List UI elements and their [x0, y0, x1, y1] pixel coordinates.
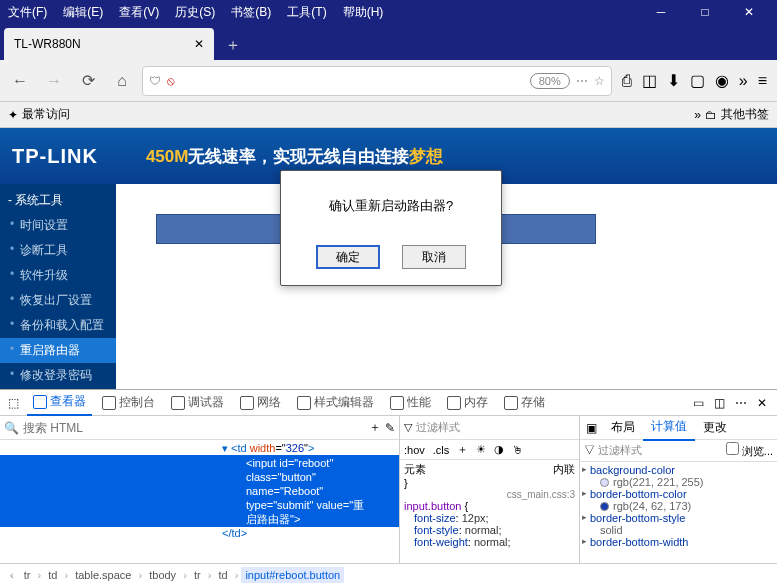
sidebar-item[interactable]: 恢复出厂设置 — [0, 288, 116, 313]
styles-filter-label[interactable]: 过滤样式 — [416, 420, 575, 435]
devtools-tab[interactable]: 网络 — [234, 390, 287, 415]
html-search-input[interactable] — [23, 421, 365, 435]
hamburger-icon[interactable]: ≡ — [758, 72, 767, 90]
other-bookmarks-button[interactable]: » 🗀 其他书签 — [694, 106, 769, 123]
stylesheet-source[interactable]: css_main.css:3 — [404, 489, 575, 500]
computed-tab[interactable]: 布局 — [603, 416, 643, 440]
html-tree[interactable]: ▾ <td width="326"> <input id="reboot"cla… — [0, 440, 399, 563]
close-button[interactable]: ✕ — [741, 4, 757, 20]
menu-item[interactable]: 查看(V) — [119, 4, 159, 21]
menu-item[interactable]: 编辑(E) — [63, 4, 103, 21]
computed-tab[interactable]: 计算值 — [643, 416, 695, 441]
menu-item[interactable]: 书签(B) — [231, 4, 271, 21]
pocket-icon[interactable]: ▢ — [690, 71, 705, 90]
maximize-button[interactable]: □ — [697, 4, 713, 20]
minimize-button[interactable]: ─ — [653, 4, 669, 20]
new-tab-button[interactable]: ＋ — [218, 30, 248, 60]
devtools-tab[interactable]: 性能 — [384, 390, 437, 415]
devtools-tab[interactable]: 内存 — [441, 390, 494, 415]
sidebar-item[interactable]: 修改登录密码 — [0, 363, 116, 388]
tab-title: TL-WR880N — [14, 37, 81, 51]
menu-item[interactable]: 工具(T) — [287, 4, 326, 21]
styles-panel: ▽ 过滤样式 :hov .cls ＋ ☀ ◑ 🖰 元素 内联 } css_mai… — [400, 416, 580, 563]
html-selected-node[interactable]: <input id="reboot"class="button"name="Re… — [0, 455, 399, 527]
bookmark-bar: ✦ 最常访问 » 🗀 其他书签 — [0, 102, 777, 128]
responsive-icon[interactable]: ▭ — [693, 396, 704, 410]
breadcrumb-prev-icon[interactable]: ‹ — [4, 569, 20, 581]
devtools-more-icon[interactable]: ⋯ — [735, 396, 747, 410]
eyedropper-icon[interactable]: ✎ — [385, 421, 395, 435]
add-rule-icon[interactable]: ＋ — [457, 442, 468, 457]
breadcrumb-item[interactable]: tbody — [145, 567, 180, 583]
sidebar-item[interactable]: 软件升级 — [0, 263, 116, 288]
dialog-message: 确认重新启动路由器? — [281, 171, 501, 245]
downloads-icon[interactable]: ⬇ — [667, 71, 680, 90]
forward-button[interactable]: → — [40, 67, 68, 95]
sidebar-toggle-icon[interactable]: ▣ — [580, 421, 603, 435]
menu-item[interactable]: 帮助(H) — [343, 4, 384, 21]
breadcrumb-item[interactable]: tr — [20, 567, 35, 583]
home-button[interactable]: ⌂ — [108, 67, 136, 95]
sidebar-header[interactable]: - 系统工具 — [0, 188, 116, 213]
banner-text: 450M无线速率，实现无线自由连接梦想 — [146, 145, 444, 168]
inspector-panel: 🔍 ＋ ✎ ▾ <td width="326"> <input id="rebo… — [0, 416, 400, 563]
folder-icon: 🗀 — [705, 108, 717, 122]
account-icon[interactable]: ◉ — [715, 71, 729, 90]
back-button[interactable]: ← — [6, 67, 34, 95]
breadcrumb-item[interactable]: td — [214, 567, 231, 583]
inspect-icon[interactable]: ⬚ — [4, 396, 23, 410]
filter-icon: ▽ — [404, 421, 412, 434]
confirm-dialog: 确认重新启动路由器? 确定 取消 — [280, 170, 502, 286]
devtools-tabbar: ⬚查看器控制台调试器网络样式编辑器性能内存存储 ▭ ◫ ⋯ ✕ — [0, 390, 777, 416]
browser-tab[interactable]: TL-WR880N ✕ — [4, 28, 214, 60]
menu-item[interactable]: 历史(S) — [175, 4, 215, 21]
computed-property[interactable]: border-bottom-width — [582, 536, 775, 548]
computed-property[interactable]: border-bottom-style — [582, 512, 775, 524]
hov-toggle[interactable]: :hov — [404, 444, 425, 456]
devtools-tab[interactable]: 查看器 — [27, 389, 92, 416]
breadcrumb-item[interactable]: td — [44, 567, 61, 583]
computed-property[interactable]: border-bottom-color — [582, 488, 775, 500]
dark-icon[interactable]: ◑ — [494, 443, 504, 456]
cancel-button[interactable]: 取消 — [402, 245, 466, 269]
more-icon[interactable]: ⋯ — [576, 74, 588, 88]
breadcrumb-item[interactable]: tr — [190, 567, 205, 583]
most-visited-button[interactable]: ✦ 最常访问 — [8, 106, 70, 123]
dock-icon[interactable]: ◫ — [714, 396, 725, 410]
sidebar-item[interactable]: 系统日志 — [0, 388, 116, 389]
style-property[interactable]: font-style: normal; — [404, 524, 575, 536]
html-td-close[interactable]: </td> — [0, 527, 399, 539]
computed-property[interactable]: background-color — [582, 464, 775, 476]
ok-button[interactable]: 确定 — [316, 245, 380, 269]
devtools-close-icon[interactable]: ✕ — [757, 396, 767, 410]
sidebar-icon[interactable]: ◫ — [642, 71, 657, 90]
html-td-open[interactable]: ▾ <td width="326"> — [0, 442, 399, 455]
sidebar-item[interactable]: 时间设置 — [0, 213, 116, 238]
menu-item[interactable]: 文件(F) — [8, 4, 47, 21]
url-bar: ← → ⟳ ⌂ 🛡 ⦸ 80% ⋯ ☆ ⎙ ◫ ⬇ ▢ ◉ » ≡ — [0, 60, 777, 102]
devtools-tab[interactable]: 调试器 — [165, 390, 230, 415]
reload-button[interactable]: ⟳ — [74, 67, 102, 95]
light-icon[interactable]: ☀ — [476, 443, 486, 456]
computed-tab[interactable]: 更改 — [695, 416, 735, 440]
star-icon[interactable]: ☆ — [594, 74, 605, 88]
sidebar-item[interactable]: 重启路由器 — [0, 338, 116, 363]
library-icon[interactable]: ⎙ — [622, 72, 632, 90]
devtools-tab[interactable]: 存储 — [498, 390, 551, 415]
sidebar-item[interactable]: 诊断工具 — [0, 238, 116, 263]
address-input[interactable]: 🛡 ⦸ 80% ⋯ ☆ — [142, 66, 612, 96]
print-icon[interactable]: 🖰 — [512, 444, 523, 456]
browse-checkbox[interactable] — [726, 442, 739, 455]
tab-close-icon[interactable]: ✕ — [194, 37, 204, 51]
sidebar-item[interactable]: 备份和载入配置 — [0, 313, 116, 338]
add-icon[interactable]: ＋ — [369, 419, 381, 436]
breadcrumb-item[interactable]: input#reboot.button — [241, 567, 344, 583]
breadcrumb-item[interactable]: table.space — [71, 567, 135, 583]
style-property[interactable]: font-weight: normal; — [404, 536, 575, 548]
cls-toggle[interactable]: .cls — [433, 444, 450, 456]
style-property[interactable]: font-size: 12px; — [404, 512, 575, 524]
devtools-tab[interactable]: 样式编辑器 — [291, 390, 380, 415]
zoom-badge[interactable]: 80% — [530, 73, 570, 89]
devtools-tab[interactable]: 控制台 — [96, 390, 161, 415]
overflow-icon[interactable]: » — [739, 72, 748, 90]
